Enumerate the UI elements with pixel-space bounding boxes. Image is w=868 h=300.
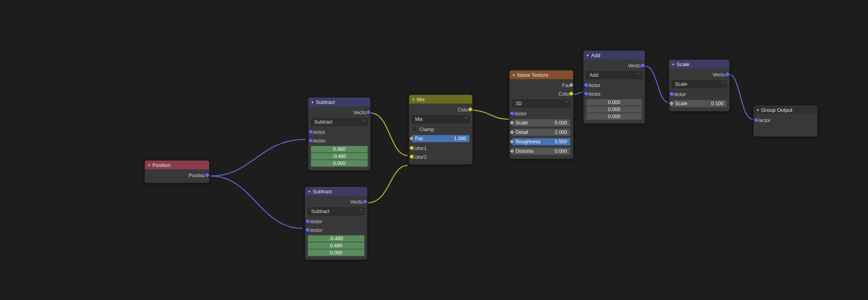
vector-z[interactable]: 0.000	[311, 160, 368, 167]
blend-mode-select[interactable]: Mix	[412, 115, 470, 123]
node-title: Subtract	[313, 189, 332, 194]
fac-field[interactable]: Fac 1.000	[412, 135, 470, 143]
node-mix[interactable]: ▾ Mix Color Mix Clamp Fac 1.000 Color1	[409, 94, 473, 165]
node-title: Group Output	[761, 107, 792, 113]
vector-input-stack: 0.000 0.000 0.000	[586, 99, 642, 120]
scale-field[interactable]: Scale5.000	[512, 119, 571, 127]
node-title: Position	[152, 162, 171, 168]
chevron-down-icon: ▾	[513, 73, 515, 77]
node-title: Scale	[677, 61, 690, 67]
clamp-label: Clamp	[419, 126, 434, 132]
vector-x[interactable]: 0.480	[311, 146, 368, 153]
node-header-position[interactable]: ▾ Position	[145, 161, 209, 169]
node-header-add[interactable]: ▾ Add	[584, 51, 645, 59]
vector-input-stack: 0.480 -0.480 0.000	[311, 146, 368, 167]
node-header-noise[interactable]: ▾ Noise Texture	[510, 70, 573, 79]
node-title: Mix	[417, 96, 425, 102]
vector-z[interactable]: 0.000	[586, 113, 642, 120]
node-subtract-1[interactable]: ▾ Subtract Vector Subtract Vector Vector…	[308, 97, 371, 170]
clamp-checkbox[interactable]	[412, 126, 417, 132]
dimensions-select[interactable]: 3D	[512, 100, 571, 107]
vector-y[interactable]: 0.480	[308, 242, 365, 249]
node-title: Noise Texture	[517, 72, 548, 78]
clamp-row[interactable]: Clamp	[412, 125, 470, 133]
node-subtract-2[interactable]: ▾ Subtract Vector Subtract Vector Vector…	[305, 187, 367, 260]
vector-x[interactable]: -0.480	[308, 235, 365, 242]
chevron-down-icon: ▾	[412, 97, 414, 102]
operation-select[interactable]: Add	[586, 71, 642, 79]
operation-select[interactable]: Subtract	[311, 118, 368, 126]
node-header-mix[interactable]: ▾ Mix	[409, 95, 472, 104]
chevron-down-icon: ▾	[757, 108, 759, 112]
vector-y[interactable]: -0.480	[311, 153, 368, 160]
node-header-group-output[interactable]: ▾ Group Output	[754, 106, 817, 114]
socket-in-empty[interactable]	[754, 127, 757, 131]
distortion-field[interactable]: Distortio0.000	[512, 147, 571, 155]
node-header-subtract-2[interactable]: ▾ Subtract	[305, 187, 367, 196]
vector-z[interactable]: 0.000	[308, 249, 365, 256]
vector-y[interactable]: 0.000	[586, 106, 642, 113]
scale-field[interactable]: Scale0.100	[671, 100, 727, 107]
operation-select[interactable]: Scale	[671, 80, 727, 88]
vector-input-stack: -0.480 0.480 0.000	[308, 235, 365, 256]
roughness-field[interactable]: Roughness0.500	[512, 138, 571, 146]
node-group-output[interactable]: ▾ Group Output Vector	[753, 105, 818, 137]
node-title: Add	[591, 52, 600, 58]
detail-field[interactable]: Detail2.000	[512, 128, 571, 136]
node-position[interactable]: ▾ Position Position	[145, 160, 210, 183]
node-header-scale[interactable]: ▾ Scale	[669, 60, 729, 69]
chevron-down-icon: ▾	[148, 163, 150, 167]
node-noise-texture[interactable]: ▾ Noise Texture Fac Color 3D Vector Scal…	[509, 70, 573, 159]
node-scale[interactable]: ▾ Scale Vector Scale Vector Scale0.100	[669, 59, 730, 111]
chevron-down-icon: ▾	[308, 189, 310, 194]
chevron-down-icon: ▾	[587, 53, 589, 57]
node-title: Subtract	[316, 99, 335, 105]
chevron-down-icon: ▾	[672, 62, 674, 67]
node-header-subtract-1[interactable]: ▾ Subtract	[308, 98, 370, 106]
chevron-down-icon: ▾	[312, 100, 313, 104]
operation-select[interactable]: Subtract	[308, 207, 365, 215]
vector-x[interactable]: 0.000	[586, 99, 642, 106]
node-add[interactable]: ▾ Add Vector Add Vector Vector: 0.000 0.…	[583, 50, 645, 124]
